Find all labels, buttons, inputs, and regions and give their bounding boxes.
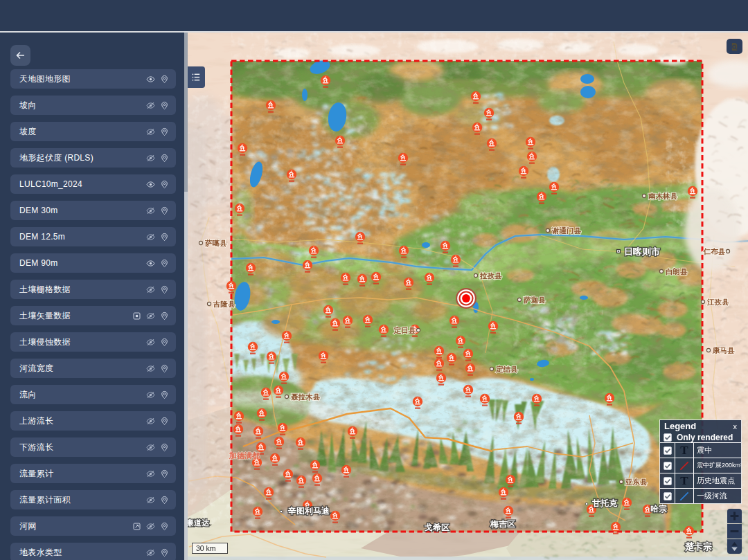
- svg-text:康马县: 康马县: [712, 346, 735, 354]
- svg-text:亚东县: 亚东县: [625, 478, 648, 486]
- svg-text:白朗县: 白朗县: [666, 267, 688, 276]
- svg-text:萨噶县: 萨噶县: [204, 239, 227, 247]
- svg-text:加德满都: 加德满都: [229, 451, 260, 460]
- svg-text:哈宗: 哈宗: [650, 504, 667, 514]
- svg-text:定结县: 定结县: [495, 365, 518, 373]
- svg-text:楚卡宗: 楚卡宗: [684, 541, 712, 552]
- svg-text:吉隆县: 吉隆县: [213, 300, 235, 308]
- svg-text:辛图利马迪: 辛图利马迪: [287, 506, 330, 516]
- svg-text:萨迦县: 萨迦县: [523, 296, 546, 304]
- svg-text:廉道达: 廉道达: [188, 518, 210, 527]
- svg-text:谢通门县: 谢通门县: [551, 226, 582, 235]
- svg-text:聂拉木县: 聂拉木县: [290, 392, 321, 401]
- svg-text:戈希区: 戈希区: [424, 523, 449, 532]
- svg-text:日喀则市: 日喀则市: [624, 246, 660, 257]
- svg-text:江孜县: 江孜县: [706, 298, 729, 306]
- svg-text:南木林县: 南木林县: [648, 192, 678, 200]
- svg-text:梅吉区: 梅吉区: [490, 519, 515, 529]
- svg-text:定日县: 定日县: [393, 326, 416, 334]
- svg-text:拉孜县: 拉孜县: [479, 271, 502, 280]
- svg-text:仁布县: 仁布县: [703, 247, 726, 255]
- svg-text:甘托克: 甘托克: [592, 498, 618, 508]
